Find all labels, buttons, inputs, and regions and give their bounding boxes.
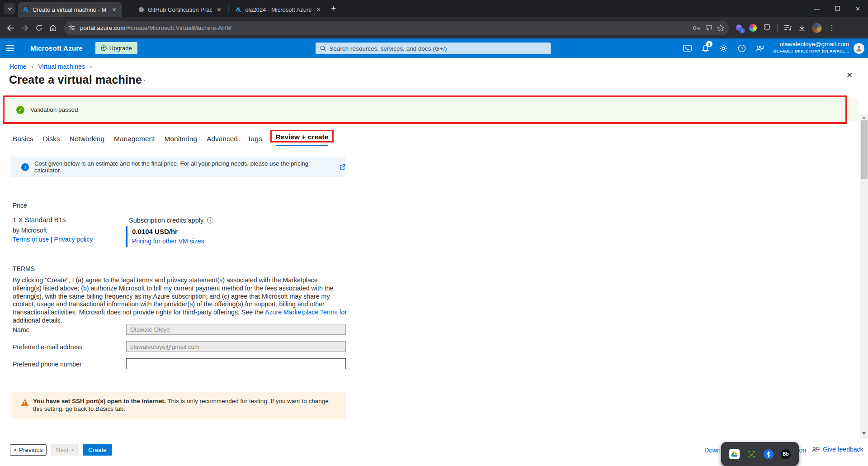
tab-disks[interactable]: Disks — [43, 132, 60, 148]
password-key-icon[interactable] — [693, 25, 701, 31]
notifications-button[interactable]: 9 — [698, 38, 713, 58]
extensions-puzzle-button[interactable] — [763, 24, 771, 32]
browser-menu-button[interactable]: ⋮ — [828, 24, 835, 32]
tab-separator: | — [228, 5, 230, 13]
tab-advanced[interactable]: Advanced — [207, 132, 238, 148]
downloads-button[interactable] — [798, 24, 806, 32]
forward-button[interactable] — [21, 24, 29, 32]
azure-search[interactable] — [316, 43, 551, 54]
notification-badge: 9 — [706, 41, 712, 47]
breadcrumb-separator: › — [31, 63, 33, 70]
home-button[interactable] — [49, 24, 57, 32]
subscription-credits: Subscription credits apply i — [129, 217, 213, 224]
address-bar[interactable]: portal.azure.com/#create/Microsoft.Virtu… — [64, 21, 729, 35]
scrollbar-thumb[interactable] — [861, 120, 868, 179]
bluetooth-icon[interactable] — [764, 449, 774, 459]
price-legal-links: Terms of use | Privacy policy — [13, 236, 93, 243]
hamburger-menu-icon[interactable] — [6, 45, 14, 51]
account-avatar[interactable] — [854, 43, 864, 54]
account-directory: DEFAULT DIRECTORY (OLAWALE... — [774, 48, 849, 54]
tab-close-icon[interactable]: ✕ — [315, 6, 322, 13]
previous-button[interactable]: < Previous — [10, 444, 47, 456]
credits-label: Subscription credits apply — [129, 217, 203, 224]
browser-profile-avatar[interactable] — [812, 23, 822, 33]
account-info[interactable]: olawaleoloye@gmail.com DEFAULT DIRECTORY… — [774, 41, 849, 54]
tab-review-create[interactable]: Review + create — [276, 130, 329, 146]
google-drive-icon[interactable] — [729, 449, 740, 459]
browser-tab-active[interactable]: Create a virtual machine - Micr ✕ — [18, 2, 122, 17]
browser-tab-3[interactable]: ola2024 - Microsoft Azure ✕ — [231, 2, 326, 17]
url-path: /#create/Microsoft.VirtualMachine-ARM — [126, 24, 232, 31]
cost-info-text: Cost given below is an estimate and not … — [34, 160, 335, 174]
url-text[interactable]: portal.azure.com/#create/Microsoft.Virtu… — [80, 24, 688, 31]
external-link-icon[interactable] — [340, 164, 345, 170]
scroll-up-arrow[interactable] — [862, 116, 866, 119]
page-close-button[interactable]: ✕ — [846, 71, 853, 80]
tab-basics[interactable]: Basics — [13, 132, 33, 148]
cloud-shell-button[interactable] — [679, 38, 695, 58]
window-minimize-button[interactable]: — — [807, 5, 827, 12]
tray-app-icon[interactable]: Bb — [781, 449, 791, 459]
install-app-icon[interactable] — [705, 24, 712, 31]
marketplace-terms-link[interactable]: Azure Marketplace Terms — [265, 309, 338, 316]
give-feedback-link[interactable]: Give feedback — [823, 446, 863, 453]
extension-2-icon[interactable] — [749, 24, 757, 32]
create-button[interactable]: Create — [83, 444, 112, 456]
settings-gear-button[interactable] — [716, 38, 731, 58]
wizard-tabs: Basics Disks Networking Management Monit… — [13, 132, 328, 148]
account-email: olawaleoloye@gmail.com — [774, 41, 849, 48]
extension-badge: 7 — [740, 28, 745, 33]
search-icon — [320, 45, 326, 52]
azure-favicon — [235, 6, 241, 13]
tab-search-chevron-button[interactable] — [4, 3, 15, 14]
system-tray-overlay: Bb — [721, 442, 799, 466]
breadcrumb-home[interactable]: Home — [9, 63, 26, 70]
price-product: 1 X Standard B1s — [13, 216, 66, 223]
success-check-icon: ✓ — [16, 106, 24, 114]
window-close-button[interactable]: ✕ — [848, 5, 868, 12]
azure-brand[interactable]: Microsoft Azure — [30, 44, 83, 52]
screen-capture-icon[interactable] — [747, 450, 756, 458]
breadcrumb-virtual-machines[interactable]: Virtual machines — [38, 63, 85, 70]
give-feedback[interactable]: Give feedback — [811, 446, 863, 453]
help-button[interactable]: ? — [734, 38, 750, 58]
feedback-button[interactable] — [752, 38, 767, 58]
media-controls-button[interactable] — [784, 25, 792, 31]
credits-info-icon[interactable]: i — [207, 217, 213, 223]
browser-tab-2[interactable]: GitHub Certification Practice Ex ✕ — [134, 2, 227, 17]
azure-favicon — [23, 6, 29, 13]
extension-1-button[interactable]: 7 — [735, 24, 743, 32]
other-vm-sizes-link[interactable]: Pricing for other VM sizes — [132, 238, 204, 245]
github-favicon — [138, 7, 144, 13]
reload-button[interactable] — [35, 24, 43, 32]
search-input[interactable] — [329, 45, 546, 52]
title-more-button[interactable]: ··· — [137, 76, 146, 85]
email-field[interactable] — [126, 341, 346, 352]
ssh-warning-banner: You have set SSH port(s) open to the int… — [11, 392, 346, 419]
scroll-down-arrow[interactable] — [862, 432, 866, 435]
tab-management[interactable]: Management — [114, 132, 155, 148]
page-title: Create a virtual machine — [9, 73, 142, 86]
back-button[interactable] — [6, 24, 14, 32]
bookmark-star-icon[interactable] — [717, 24, 724, 31]
tab-close-icon[interactable]: ✕ — [111, 6, 118, 13]
tab-networking[interactable]: Networking — [70, 132, 105, 148]
name-field[interactable] — [126, 324, 346, 335]
validation-message: Validation passed — [30, 106, 78, 113]
tab-title: Create a virtual machine - Micr — [33, 6, 107, 13]
upgrade-button[interactable]: Upgrade — [95, 42, 137, 54]
terms-of-use-link[interactable]: Terms of use — [13, 236, 49, 243]
window-maximize-button[interactable] — [827, 5, 848, 12]
tab-close-icon[interactable]: ✕ — [216, 6, 222, 13]
window-controls: — ✕ — [807, 0, 868, 17]
vertical-scrollbar[interactable] — [860, 114, 868, 438]
price-accent-bar — [126, 226, 127, 247]
site-settings-icon[interactable] — [69, 25, 75, 31]
tab-monitoring[interactable]: Monitoring — [165, 132, 197, 148]
privacy-policy-link[interactable]: Privacy policy — [54, 236, 93, 243]
new-tab-button[interactable]: + — [331, 4, 336, 14]
phone-field[interactable] — [126, 358, 346, 369]
person-icon — [855, 45, 863, 52]
next-button[interactable]: Next > — [51, 444, 79, 456]
tab-tags[interactable]: Tags — [247, 132, 262, 148]
